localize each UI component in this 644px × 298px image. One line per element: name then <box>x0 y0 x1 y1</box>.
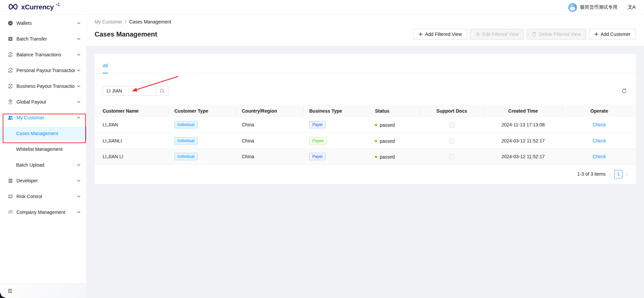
search-icon <box>160 88 165 94</box>
menu-fold-icon[interactable] <box>7 288 13 294</box>
breadcrumb-separator: / <box>125 19 126 24</box>
svg-text:∞: ∞ <box>9 22 12 25</box>
operate-cell: Check <box>562 133 636 148</box>
sidebar-item-balance-transactions[interactable]: $Balance Transactions <box>0 48 86 61</box>
status-text: passed <box>380 138 395 144</box>
table-row: LI,JIAN LIIndividualChinaPayerpassed2024… <box>95 148 636 164</box>
status-cell: passed <box>370 148 420 164</box>
country-region-cell: China <box>236 133 304 148</box>
pagination-prev-icon[interactable]: ‹ <box>609 171 611 177</box>
column-header-status: Status <box>370 105 420 117</box>
sidebar-item-developer[interactable]: Developer <box>0 174 86 187</box>
support-docs-cell <box>420 133 484 148</box>
sidebar-item-whitelist-management[interactable]: Whitelist Management <box>0 142 86 156</box>
refresh-button[interactable] <box>621 87 628 95</box>
sidebar-item-label: Wallets <box>16 20 75 26</box>
refresh-icon <box>622 88 627 94</box>
customer-name: LI,JIAN LI <box>103 154 123 159</box>
check-link[interactable]: Check <box>593 122 606 127</box>
tab-all[interactable]: All <box>103 63 108 73</box>
balance-transactions-icon: $ <box>8 52 13 57</box>
user-avatar[interactable] <box>568 3 577 12</box>
customer-name: LI,JIANLI <box>103 138 122 143</box>
sidebar-item-batch-upload[interactable]: Batch Upload <box>0 158 86 172</box>
plus-icon <box>419 32 423 36</box>
operate-cell: Check <box>562 148 636 164</box>
sidebar-item-company-management[interactable]: Company Management <box>0 205 86 219</box>
page-title: Cases Management <box>95 31 157 38</box>
user-name[interactable]: 极简货币测试专用 <box>580 4 618 10</box>
customer-type-tag: Individual <box>174 153 198 160</box>
content-area: All <box>87 46 644 192</box>
sidebar-item-label: Developer <box>16 178 75 183</box>
status-cell: passed <box>370 117 420 133</box>
sidebar-item-label: Global Payout <box>16 99 75 105</box>
main-area: My Customer/Cases Management Cases Manag… <box>87 15 644 298</box>
logo-text: xCurrency <box>21 3 54 11</box>
status-dot-icon <box>375 124 377 126</box>
delete-filtered-view-button[interactable]: Delete Filtered View <box>527 29 586 40</box>
translate-icon[interactable]: 文A <box>628 4 635 10</box>
sidebar-item-label: Batch Upload <box>16 162 75 168</box>
sidebar-item-my-customer[interactable]: My Customer <box>0 111 86 124</box>
support-docs-checkbox[interactable] <box>449 154 454 159</box>
sidebar-item-risk-control[interactable]: Risk Control <box>0 190 86 203</box>
sidebar-item-label: Cases Management <box>16 131 79 136</box>
global-payout-icon: $ <box>8 99 13 105</box>
sidebar-item-global-payout[interactable]: $Global Payout <box>0 95 86 109</box>
page-header: My Customer/Cases Management Cases Manag… <box>87 15 644 46</box>
sidebar-menu: ∞WalletsBatch Transfer$Balance Transacti… <box>0 15 86 219</box>
sidebar-item-business-payout-transactions[interactable]: $Business Payout Transactions <box>0 79 86 93</box>
customer-type-cell: Individual <box>169 117 236 133</box>
my-customer-icon <box>8 115 13 120</box>
customer-type-tag: Individual <box>174 137 198 144</box>
country-region-cell: China <box>236 148 304 164</box>
card-toolbar <box>95 73 636 105</box>
customer-name-cell: LI,JIAN <box>95 117 169 133</box>
risk-control-icon <box>8 194 13 199</box>
wallet-icon: ∞ <box>8 20 13 26</box>
svg-text:$: $ <box>10 100 11 102</box>
country-region: China <box>242 138 254 143</box>
support-docs-checkbox[interactable] <box>449 122 454 128</box>
add-filtered-view-button[interactable]: Add Filtered View <box>413 29 467 40</box>
status-text: passed <box>380 122 395 128</box>
pagination-next-icon[interactable]: › <box>626 171 628 177</box>
check-link[interactable]: Check <box>593 154 606 159</box>
sidebar-item-label: Risk Control <box>16 194 75 199</box>
plus-icon <box>594 32 598 36</box>
add-customer-button[interactable]: Add Customer <box>589 29 636 40</box>
customer-name: LI,JIAN <box>103 122 118 127</box>
customer-search-input[interactable] <box>103 86 156 96</box>
sidebar-item-batch-transfer[interactable]: Batch Transfer <box>0 32 86 46</box>
cases-table: Customer NameCustomer TypeCountry/Region… <box>95 105 636 165</box>
edit-filtered-view-button[interactable]: Edit Filtered View <box>470 29 524 40</box>
created-time: 2024-11-13 17:13:08 <box>501 122 545 127</box>
business-type-cell: Payee <box>304 133 370 148</box>
breadcrumb-current: Cases Management <box>129 19 171 24</box>
breadcrumb-parent[interactable]: My Customer <box>95 19 122 24</box>
check-link[interactable]: Check <box>593 138 606 143</box>
customer-name-cell: LI,JIANLI <box>95 133 169 148</box>
column-header-business-type: Business Type <box>304 105 370 117</box>
sidebar-footer <box>0 283 86 298</box>
infinity-icon <box>7 3 19 11</box>
sidebar-item-label: Whitelist Management <box>16 146 80 152</box>
table-row: LI,JIANIndividualChinaPayerpassed2024-11… <box>95 117 636 133</box>
pagination-summary: 1-3 of 3 items <box>577 171 606 177</box>
pagination-page-1[interactable]: 1 <box>614 170 623 178</box>
column-header-country-region: Country/Region <box>236 105 304 117</box>
cases-card: All <box>95 54 636 184</box>
support-docs-cell <box>420 117 484 133</box>
support-docs-checkbox[interactable] <box>449 138 454 143</box>
chevron-down-icon <box>77 38 80 40</box>
sidebar-item-wallets[interactable]: ∞Wallets <box>0 16 86 30</box>
sidebar-item-label: Batch Transfer <box>16 36 75 42</box>
chevron-down-icon <box>77 22 80 24</box>
sidebar-item-personal-payout-transactions[interactable]: $Personal Payout Transactions <box>0 64 86 77</box>
sidebar-item-cases-management[interactable]: Cases Management <box>0 127 86 140</box>
table-header-row: Customer NameCustomer TypeCountry/Region… <box>95 105 636 117</box>
customer-type-cell: Individual <box>169 133 236 148</box>
app-logo[interactable]: xCurrency <box>7 3 60 11</box>
search-button[interactable] <box>156 86 168 96</box>
